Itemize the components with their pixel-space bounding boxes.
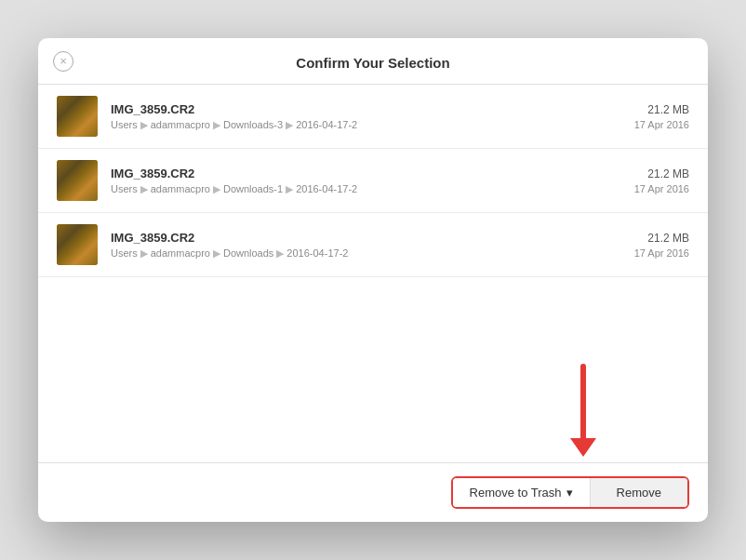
- file-size: 21.2 MB: [634, 232, 689, 245]
- file-info: IMG_3859.CR2 Users▶adammacpro▶Downloads-…: [111, 102, 616, 131]
- footer-actions: Remove to Trash ▾ Remove: [451, 476, 689, 509]
- dialog-title: Confirm Your Selection: [296, 55, 449, 71]
- path-arrow: ▶: [213, 247, 220, 259]
- thumbnail-image: [57, 160, 98, 201]
- file-date: 17 Apr 2016: [634, 119, 689, 130]
- file-path: Users▶adammacpro▶Downloads▶2016-04-17-2: [111, 247, 616, 260]
- path-arrow: ▶: [276, 247, 284, 259]
- file-thumbnail: [57, 160, 98, 201]
- remove-to-trash-button[interactable]: Remove to Trash ▾: [453, 478, 591, 507]
- path-part: Users: [111, 183, 138, 194]
- thumbnail-image: [57, 224, 98, 265]
- path-arrow: ▶: [140, 247, 148, 259]
- arrow-indicator: [570, 364, 596, 457]
- file-name: IMG_3859.CR2: [111, 231, 616, 245]
- path-part: 2016-04-17-2: [296, 119, 357, 130]
- file-item: IMG_3859.CR2 Users▶adammacpro▶Downloads-…: [38, 85, 708, 149]
- path-part: adammacpro: [151, 183, 210, 194]
- dialog-header: × Confirm Your Selection: [38, 38, 708, 85]
- dropdown-chevron-icon: ▾: [566, 486, 573, 500]
- file-meta: 21.2 MB 17 Apr 2016: [634, 232, 689, 259]
- path-arrow: ▶: [286, 119, 293, 130]
- thumbnail-image: [57, 96, 98, 137]
- file-info: IMG_3859.CR2 Users▶adammacpro▶Downloads▶…: [111, 231, 616, 260]
- path-part: Downloads-3: [223, 119, 283, 130]
- file-thumbnail: [57, 224, 98, 265]
- close-icon: ×: [60, 55, 67, 67]
- path-part: Downloads: [223, 247, 273, 259]
- file-name: IMG_3859.CR2: [111, 167, 616, 180]
- path-part: adammacpro: [151, 247, 210, 259]
- file-info: IMG_3859.CR2 Users▶adammacpro▶Downloads-…: [111, 167, 616, 195]
- path-part: 2016-04-17-2: [296, 183, 357, 194]
- file-meta: 21.2 MB 17 Apr 2016: [634, 103, 689, 130]
- remove-label: Remove: [617, 486, 661, 500]
- path-arrow: ▶: [213, 119, 220, 130]
- dialog-footer: Remove to Trash ▾ Remove: [38, 462, 708, 522]
- path-part: adammacpro: [151, 119, 210, 130]
- confirm-dialog: × Confirm Your Selection IMG_3859.CR2 Us…: [38, 38, 708, 522]
- path-part: Users: [111, 247, 138, 259]
- remove-button[interactable]: Remove: [591, 478, 687, 507]
- path-arrow: ▶: [140, 119, 148, 130]
- file-date: 17 Apr 2016: [634, 183, 689, 194]
- file-size: 21.2 MB: [634, 103, 689, 116]
- path-part: Users: [111, 119, 138, 130]
- file-path: Users▶adammacpro▶Downloads-1▶2016-04-17-…: [111, 183, 616, 195]
- file-item: IMG_3859.CR2 Users▶adammacpro▶Downloads▶…: [38, 213, 708, 277]
- dialog-body: IMG_3859.CR2 Users▶adammacpro▶Downloads-…: [38, 85, 708, 462]
- file-item: IMG_3859.CR2 Users▶adammacpro▶Downloads-…: [38, 149, 708, 213]
- arrow-head: [570, 438, 596, 457]
- path-arrow: ▶: [213, 183, 220, 194]
- file-thumbnail: [57, 96, 98, 137]
- file-date: 17 Apr 2016: [634, 247, 689, 259]
- file-meta: 21.2 MB 17 Apr 2016: [634, 167, 689, 194]
- path-arrow: ▶: [140, 183, 148, 194]
- arrow-shaft: [580, 364, 586, 438]
- path-part: 2016-04-17-2: [286, 247, 348, 259]
- file-path: Users▶adammacpro▶Downloads-3▶2016-04-17-…: [111, 119, 616, 131]
- file-size: 21.2 MB: [634, 167, 689, 180]
- remove-to-trash-label: Remove to Trash: [470, 486, 562, 500]
- path-part: Downloads-1: [223, 183, 283, 194]
- path-arrow: ▶: [286, 183, 293, 194]
- close-button[interactable]: ×: [53, 51, 73, 72]
- file-name: IMG_3859.CR2: [111, 102, 616, 116]
